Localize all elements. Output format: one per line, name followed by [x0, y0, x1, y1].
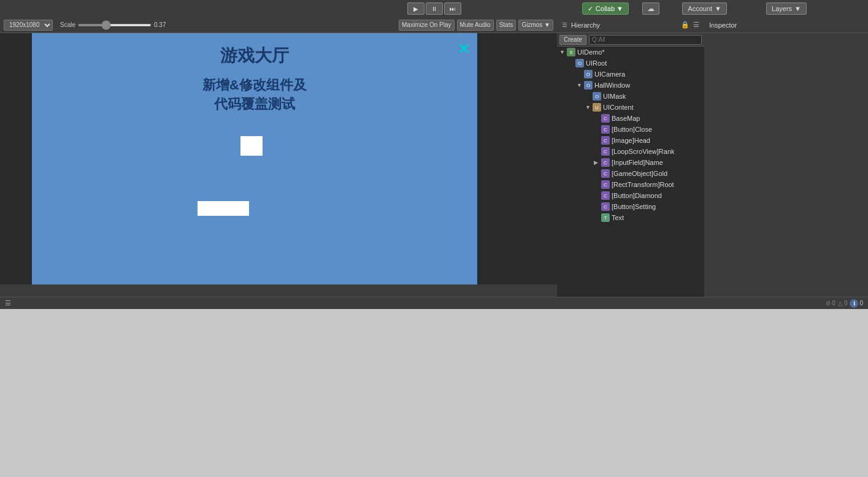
hierarchy-header: ☰ Hierarchy 🔒 ☰: [557, 17, 704, 33]
hierarchy-menu-icon[interactable]: ☰: [693, 21, 699, 29]
tree-icon-buttonsetting: C: [601, 202, 610, 211]
resolution-select[interactable]: 1920x1080: [4, 20, 53, 31]
hierarchy-icon: ☰: [562, 21, 567, 28]
hierarchy-search-input[interactable]: [589, 35, 702, 45]
canvas-right-strip: [477, 33, 557, 284]
collab-button[interactable]: ✓ Collab ▼: [582, 2, 629, 15]
scale-label: Scale: [60, 21, 75, 28]
scale-value: 0.37: [154, 21, 166, 28]
hierarchy-item-uidemo[interactable]: ▼SUIDemo*: [557, 47, 704, 58]
canvas-left-strip: [0, 33, 32, 284]
cloud-button[interactable]: ☁: [642, 2, 659, 15]
hierarchy-item-buttonsetting[interactable]: C[Button]Setting: [557, 201, 704, 212]
tree-label-hallwindow: HallWindow: [594, 82, 630, 89]
game-subtitle: 新增&修改组件及 代码覆盖测试: [32, 76, 477, 114]
game-title: 游戏大厅: [32, 44, 477, 67]
white-rect-wide: [198, 201, 249, 216]
game-canvas: 游戏大厅 新增&修改组件及 代码覆盖测试 ✕: [32, 33, 477, 284]
tree-label-imagehead: [Image]Head: [612, 137, 650, 144]
hierarchy-panel[interactable]: ▼SUIDemo*OUIRootOUICamera▼OHallWindowOUI…: [557, 47, 704, 297]
top-toolbar: ▶ ⏸ ⏭ ✓ Collab ▼ ☁ Account ▼ Layers ▼: [0, 0, 868, 17]
scale-slider[interactable]: [78, 24, 152, 26]
hierarchy-item-hallwindow[interactable]: ▼OHallWindow: [557, 80, 704, 91]
hierarchy-item-buttondiamond[interactable]: C[Button]Diamond: [557, 190, 704, 201]
hierarchy-item-uicontent[interactable]: ▼UUIContent: [557, 102, 704, 113]
tree-icon-gameobjectgold: C: [601, 169, 610, 178]
tree-label-gameobjectgold: [GameObject]Gold: [612, 170, 667, 177]
layers-label: Layers: [772, 5, 792, 12]
tree-icon-inputfieldname: C: [601, 158, 610, 167]
game-subtitle-line2: 代码覆盖测试: [32, 95, 477, 114]
hierarchy-lock-icon[interactable]: 🔒: [681, 21, 689, 29]
hierarchy-controls: Create: [557, 33, 704, 47]
maximize-on-play-button[interactable]: Maximize On Play: [399, 20, 455, 31]
tree-icon-loopscroviewrank: C: [601, 147, 610, 156]
tree-icon-uiroot: O: [575, 59, 584, 67]
hierarchy-item-gameobjectgold[interactable]: C[GameObject]Gold: [557, 168, 704, 179]
hierarchy-item-recttransformroot[interactable]: C[RectTransform]Root: [557, 179, 704, 190]
tree-arrow-uidemo: ▼: [559, 49, 567, 55]
tree-label-buttonsetting: [Button]Setting: [612, 203, 656, 210]
pause-button[interactable]: ⏸: [426, 2, 443, 15]
tree-icon-hallwindow: O: [584, 81, 593, 90]
gizmos-button[interactable]: Gizmos ▼: [518, 20, 553, 31]
status-icons: ⊘ 0 △ 0 ℹ 0: [826, 299, 863, 308]
status-bar: ☰ ⊘ 0 △ 0 ℹ 0: [0, 297, 868, 309]
cloud-icon: ☁: [647, 4, 655, 13]
step-button[interactable]: ⏭: [444, 2, 461, 15]
hierarchy-item-basemap[interactable]: CBaseMap: [557, 113, 704, 124]
tree-label-basemap: BaseMap: [612, 115, 640, 122]
canvas-bottom-strip: [0, 284, 557, 297]
scene-view: 游戏大厅 新增&修改组件及 代码覆盖测试 ✕: [0, 33, 557, 297]
close-button[interactable]: ✕: [458, 40, 470, 58]
tree-label-inputfieldname: [InputField]Name: [612, 159, 663, 166]
tree-label-buttondiamond: [Button]Diamond: [612, 192, 662, 199]
game-subtitle-line1: 新增&修改组件及: [32, 76, 477, 95]
layers-arrow-icon: ▼: [794, 5, 801, 12]
inspector-header: Inspector: [704, 17, 868, 33]
warning-badge[interactable]: △ 0: [838, 300, 848, 307]
hierarchy-item-inputfieldname[interactable]: ▶C[InputField]Name: [557, 157, 704, 168]
mute-audio-button[interactable]: Mute Audio: [457, 20, 494, 31]
hierarchy-item-uimask[interactable]: OUIMask: [557, 91, 704, 102]
play-button[interactable]: ▶: [407, 2, 424, 15]
info-count: 0: [859, 300, 863, 307]
hierarchy-panel-title: Hierarchy: [571, 21, 600, 29]
scene-toolbar: 1920x1080 Scale 0.37 Maximize On Play Mu…: [0, 17, 557, 33]
checkmark-icon: ✓: [588, 5, 593, 13]
tree-icon-uicamera: O: [584, 70, 593, 78]
warning-count: 0: [844, 300, 848, 307]
error-icon: ⊘: [826, 300, 831, 307]
status-menu-icon[interactable]: ☰: [5, 299, 11, 307]
create-button[interactable]: Create: [559, 35, 586, 45]
tree-arrow-inputfieldname: ▶: [594, 159, 601, 166]
info-badge[interactable]: ℹ 0: [850, 299, 863, 308]
hierarchy-item-uicamera[interactable]: OUICamera: [557, 69, 704, 80]
tree-label-text: Text: [612, 214, 624, 221]
account-arrow-icon: ▼: [715, 5, 721, 12]
tree-label-uicamera: UICamera: [594, 71, 625, 78]
layers-button[interactable]: Layers ▼: [766, 2, 807, 15]
tree-icon-buttonclose: C: [601, 125, 610, 134]
tree-icon-recttransformroot: C: [601, 180, 610, 189]
inspector-panel-title: Inspector: [709, 21, 737, 29]
hierarchy-item-imagehead[interactable]: C[Image]Head: [557, 135, 704, 146]
error-badge[interactable]: ⊘ 0: [826, 300, 835, 307]
white-rect-small: [240, 136, 263, 156]
stats-button[interactable]: Stats: [496, 20, 517, 31]
info-icon: ℹ: [850, 299, 858, 308]
tree-icon-text: T: [601, 213, 610, 222]
hierarchy-item-text[interactable]: TText: [557, 212, 704, 223]
bottom-area: [0, 309, 868, 477]
playback-controls: ▶ ⏸ ⏭: [407, 2, 461, 15]
collab-label: Collab ▼: [596, 5, 623, 12]
inspector-panel: [704, 33, 868, 297]
hierarchy-item-uiroot[interactable]: OUIRoot: [557, 58, 704, 69]
scene-toolbar-right: Maximize On Play Mute Audio Stats Gizmos…: [399, 20, 553, 31]
hierarchy-item-loopscroviewrank[interactable]: C[LoopScroView]Rank: [557, 146, 704, 157]
tree-arrow-uicontent: ▼: [585, 104, 593, 110]
account-button[interactable]: Account ▼: [682, 2, 727, 15]
tree-arrow-hallwindow: ▼: [577, 82, 584, 88]
warning-icon: △: [838, 300, 843, 307]
hierarchy-item-buttonclose[interactable]: C[Button]Close: [557, 124, 704, 135]
